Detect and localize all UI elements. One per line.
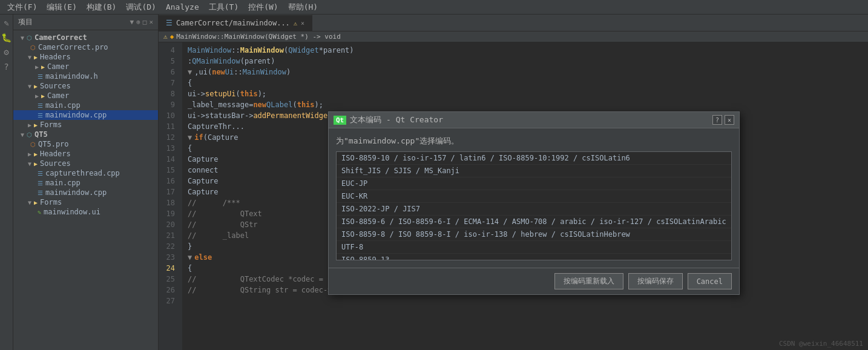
tree-item-camercorrect[interactable]: ▼ ⬡ CamerCorrect	[13, 33, 158, 42]
ui-file-icon: ✎	[38, 209, 41, 216]
tree-item-mainwindow-cpp[interactable]: ☰ mainwindow.cpp	[13, 110, 158, 120]
encoding-list[interactable]: ISO-8859-10 / iso-ir-157 / latin6 / ISO-…	[336, 151, 732, 260]
tree-item-qt5-headers[interactable]: ▶ ▶ Headers	[13, 149, 158, 159]
dialog-close-button[interactable]: ×	[725, 115, 734, 125]
code-line-6: ▼, ui(new Ui::MainWindow)	[188, 67, 863, 78]
edit-icon[interactable]: ✎	[2, 17, 10, 29]
tools-icon[interactable]: ⚙	[2, 46, 10, 58]
encoding-dialog[interactable]: Qt 文本编码 - Qt Creator ? × 为"mainwindow.cp…	[328, 111, 740, 295]
forms2-label: Forms	[40, 198, 62, 206]
menu-controls[interactable]: 控件(W)	[243, 1, 283, 14]
bug-icon[interactable]: 🐛	[0, 31, 13, 44]
editor-tab-mainwindow[interactable]: ☰ CamerCorrect/mainwindow... ⚠ ×	[159, 15, 312, 31]
tree-item-headers[interactable]: ▼ ▶ Headers	[13, 52, 158, 62]
ln-24: 24	[163, 263, 177, 274]
tree-item-forms2[interactable]: ▼ ▶ Forms	[13, 197, 158, 207]
dialog-reload-button[interactable]: 按编码重新载入	[554, 273, 623, 289]
encoding-item-6[interactable]: ISO-8859-6 / ISO-8859-6-I / ECMA-114 / A…	[337, 216, 731, 228]
forms2-icon: ▶	[34, 199, 38, 206]
sidebar-header: 项目 ▼ ⊕ □ ×	[13, 15, 158, 30]
dialog-cancel-button[interactable]: Cancel	[688, 273, 732, 289]
sidebar-expand-icon[interactable]: □	[143, 18, 147, 26]
tree-view: ▼ ⬡ CamerCorrect ⬡ CamerCorrect.pro ▼ ▶ …	[13, 30, 158, 219]
encoding-item-7[interactable]: ISO-8859-8 / ISO 8859-8-I / iso-ir-138 /…	[337, 228, 731, 241]
tree-item-mainwindow-h[interactable]: ☰ mainwindow.h	[13, 71, 158, 81]
encoding-item-3[interactable]: EUC-JP	[337, 177, 731, 190]
ln-23: 23	[163, 252, 177, 263]
forms1-expand: ▶	[28, 122, 31, 128]
menu-file[interactable]: 文件(F)	[2, 1, 42, 14]
tree-item-sources1[interactable]: ▼ ▶ Sources	[13, 81, 158, 91]
mwcpp-icon: ☰	[38, 112, 43, 119]
forms1-icon: ▶	[34, 122, 38, 128]
tree-item-forms1[interactable]: ▶ ▶ Forms	[13, 120, 158, 130]
qt5-pro-label: QT5.pro	[38, 140, 69, 148]
sidebar: 项目 ▼ ⊕ □ × ▼ ⬡ CamerCorrect ⬡ CamerCorre…	[13, 15, 159, 350]
dialog-save-button[interactable]: 按编码保存	[628, 273, 683, 289]
tree-item-qt5-pro[interactable]: ⬡ QT5.pro	[13, 139, 158, 149]
help-icon2[interactable]: ?	[2, 61, 10, 73]
menu-edit[interactable]: 编辑(E)	[42, 1, 81, 14]
menu-tools[interactable]: 工具(T)	[204, 1, 243, 14]
ct-icon: ☰	[38, 170, 43, 177]
menu-debug[interactable]: 调试(D)	[121, 1, 160, 14]
qt5-headers-icon: ▶	[34, 151, 38, 157]
sidebar-link-icon[interactable]: ⊕	[136, 18, 140, 26]
sources2-label: Sources	[40, 159, 71, 168]
tree-item-capturethread[interactable]: ☰ capturethread.cpp	[13, 168, 158, 178]
encoding-item-5[interactable]: ISO-2022-JP / JIS7	[337, 203, 731, 216]
tree-item-camer-headers[interactable]: ▶ ▶ Camer	[13, 62, 158, 71]
ln-7: 7	[163, 78, 177, 88]
ln-12: 12	[163, 132, 177, 143]
pro-file-label: CamerCorrect.pro	[38, 43, 108, 51]
tree-item-qt5-mwcpp[interactable]: ☰ mainwindow.cpp	[13, 188, 158, 197]
encoding-item-1[interactable]: ISO-8859-10 / iso-ir-157 / latin6 / ISO-…	[337, 152, 731, 165]
tree-item-camer-sources[interactable]: ▶ ▶ Camer	[13, 91, 158, 101]
tree-item-qt5-main[interactable]: ☰ main.cpp	[13, 178, 158, 188]
encoding-item-2[interactable]: Shift_JIS / SJIS / MS_Kanji	[337, 165, 731, 177]
dialog-content: 为"mainwindow.cpp"选择编码。 ISO-8859-10 / iso…	[329, 128, 739, 268]
ln-19: 19	[163, 208, 177, 219]
tree-item-main-cpp[interactable]: ☰ main.cpp	[13, 101, 158, 110]
editor-tabs: ☰ CamerCorrect/mainwindow... ⚠ ×	[159, 15, 868, 31]
ln-15: 15	[163, 165, 177, 176]
project-icon: ⬡	[27, 35, 32, 41]
menu-build[interactable]: 构建(B)	[82, 1, 121, 14]
code-line-5: : QMainWindow(parent)	[188, 56, 863, 67]
headers-expand: ▼	[28, 54, 31, 61]
forms2-expand: ▼	[28, 199, 31, 206]
tree-item-sources2[interactable]: ▼ ▶ Sources	[13, 159, 158, 168]
tree-item-qt5[interactable]: ▼ ⬡ QT5	[13, 130, 158, 139]
tab-close-icon[interactable]: ×	[301, 20, 304, 27]
ln-9: 9	[163, 99, 177, 110]
menu-help[interactable]: 帮助(H)	[283, 1, 323, 14]
tree-item-mainwindow-ui[interactable]: ✎ mainwindow.ui	[13, 207, 158, 217]
line-numbers: 4 5 6 7 8 9 10 11 12 13 14 15 16 17 18 1…	[159, 42, 183, 350]
ln-27: 27	[163, 296, 177, 306]
pro-file-icon: ⬡	[30, 44, 36, 51]
tree-item-camercorrect-pro[interactable]: ⬡ CamerCorrect.pro	[13, 42, 158, 52]
dialog-list-container: ISO-8859-10 / iso-ir-157 / latin6 / ISO-…	[336, 151, 732, 260]
ln-6: 6	[163, 67, 177, 78]
encoding-item-utf8[interactable]: UTF-8	[337, 241, 731, 254]
dialog-window-controls: ? ×	[712, 115, 734, 125]
ln-22: 22	[163, 241, 177, 252]
expand-arrow: ▼	[21, 35, 24, 41]
ln-13: 13	[163, 143, 177, 154]
breadcrumb-diamond: ◆	[170, 33, 174, 41]
code-line-9: _label_message=new QLabel(this);	[188, 99, 863, 110]
encoding-item-4[interactable]: EUC-KR	[337, 190, 731, 203]
dialog-help-button[interactable]: ?	[712, 115, 722, 125]
dialog-title-content: Qt 文本编码 - Qt Creator	[334, 114, 443, 125]
camer-src-expand: ▶	[35, 93, 39, 99]
dialog-title-text: 文本编码 - Qt Creator	[350, 114, 443, 125]
forms1-label: Forms	[40, 121, 62, 129]
menu-analyze[interactable]: Analyze	[161, 1, 204, 13]
qt5mw-label: mainwindow.cpp	[45, 188, 107, 197]
dialog-titlebar: Qt 文本编码 - Qt Creator ? ×	[329, 112, 739, 128]
project-label: CamerCorrect	[35, 33, 87, 42]
sources1-label: Sources	[40, 82, 71, 90]
sidebar-filter-icon[interactable]: ▼	[130, 18, 134, 26]
encoding-item-9[interactable]: ISO-8859-13	[337, 254, 731, 260]
sidebar-close-icon[interactable]: ×	[149, 18, 153, 26]
